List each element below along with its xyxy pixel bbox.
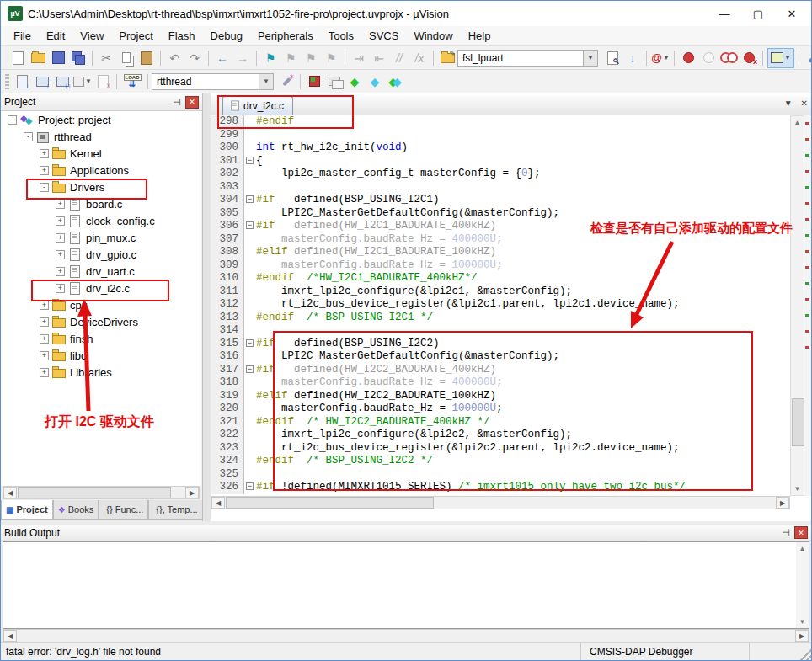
run-to-cursor-icon[interactable]: ↓ (623, 49, 642, 67)
build-icon[interactable]: ↓ (33, 72, 51, 91)
select-software-packs-icon[interactable]: ◆ (366, 72, 384, 91)
find-in-files-icon[interactable]: 🔍︎ (603, 49, 622, 67)
expand-plus-icon[interactable]: + (40, 334, 49, 344)
code-line-320[interactable]: 320 masterConfig.baudRate_Hz = 100000U; (211, 402, 790, 416)
panel-tab-project[interactable]: ▦Project (1, 500, 53, 520)
code-line-311[interactable]: 311 imxrt_lpi2c_configure(&lpi2c1, &mast… (211, 285, 790, 299)
pin-icon[interactable]: ⊣ (171, 96, 183, 108)
copy-icon[interactable] (117, 49, 136, 67)
rebuild-icon[interactable]: ↓↓ (53, 72, 72, 91)
menu-view[interactable]: View (72, 27, 111, 45)
toolbar-grip2[interactable] (5, 74, 9, 89)
translate-icon[interactable]: ↓ (13, 72, 31, 91)
tree-item-drv-gpio-c[interactable]: +drv_gpio.c (1, 246, 201, 263)
scroll-right-icon[interactable]: ▶ (185, 487, 199, 498)
code-line-316[interactable]: 316 LPI2C_MasterGetDefaultConfig(&master… (211, 350, 790, 364)
fold-minus-icon[interactable] (244, 338, 256, 351)
options-for-target-icon[interactable] (305, 72, 323, 91)
tree-item-libraries[interactable]: +Libraries (1, 364, 201, 381)
enable-breakpoint-icon[interactable] (699, 49, 718, 67)
code-line-301[interactable]: 301{ (211, 155, 790, 168)
code-line-315[interactable]: 315#if defined(BSP_USING_I2C2) (211, 338, 790, 351)
code-line-319[interactable]: 319#elif defined(HW_I2C2_BADURATE_100kHZ… (211, 390, 790, 403)
navigate-forward-icon[interactable]: → (233, 49, 252, 67)
configure-icon[interactable] (804, 49, 812, 67)
build-output-hscrollbar[interactable]: ◀ ▶ (3, 629, 809, 642)
expand-plus-icon[interactable]: + (40, 149, 49, 158)
code-line-325[interactable]: 325 (211, 468, 790, 482)
target-select-combo[interactable]: rtthread (152, 73, 259, 90)
new-file-icon[interactable] (8, 49, 27, 67)
project-tree-hscrollbar[interactable]: ◀ ▶ (3, 486, 200, 499)
project-panel-close-icon[interactable]: ✕ (185, 96, 199, 109)
scroll-down-icon[interactable]: ▼ (796, 616, 809, 628)
fold-minus-icon[interactable] (244, 194, 256, 207)
toggle-bookmark-icon[interactable]: ⚑ (261, 49, 280, 67)
code-line-326[interactable]: 326#if !defined(MIMXRT1015_SERIES) /* im… (211, 481, 790, 494)
fold-minus-icon[interactable] (244, 155, 256, 168)
menu-flash[interactable]: Flash (161, 27, 203, 45)
menu-peripherals[interactable]: Peripherals (250, 27, 321, 45)
clear-bookmarks-icon[interactable]: ⚑ (322, 49, 340, 67)
code-line-324[interactable]: 324#endif /* BSP_USING_I2C2 */ (211, 455, 790, 468)
expand-plus-icon[interactable]: + (40, 368, 49, 377)
collapse-minus-icon[interactable]: - (40, 183, 49, 192)
scroll-left-icon[interactable]: ◀ (3, 487, 17, 498)
tree-item-drv-i2c-c[interactable]: +drv_i2c.c (1, 280, 201, 296)
next-bookmark-icon[interactable]: ⚑ (302, 49, 320, 67)
indent-icon[interactable]: ⇥ (350, 49, 368, 67)
panel-tab-func[interactable]: {} Func... (99, 500, 148, 520)
scroll-thumb[interactable] (18, 487, 171, 498)
menu-project[interactable]: Project (111, 27, 160, 45)
prev-bookmark-icon[interactable]: ⚑ (281, 49, 300, 67)
search-text-combo[interactable]: fsl_lpuart (457, 50, 584, 67)
tree-item-pin-mux-c[interactable]: +pin_mux.c (1, 229, 201, 246)
expand-plus-icon[interactable]: + (56, 284, 65, 293)
fold-minus-icon[interactable] (244, 481, 256, 494)
code-line-300[interactable]: 300int rt_hw_i2c_init(void) (211, 141, 790, 155)
minimize-button[interactable]: — (710, 4, 739, 23)
tree-item-drivers[interactable]: -Drivers (1, 179, 201, 195)
code-line-321[interactable]: 321#endif /* HW_I2C2_BADURATE_400kHZ */ (211, 416, 790, 429)
menu-file[interactable]: File (6, 27, 39, 45)
close-button[interactable]: ✕ (777, 4, 806, 23)
build-output-content[interactable] (3, 541, 809, 629)
comment-icon[interactable]: // (390, 49, 409, 67)
maximize-button[interactable]: ▢ (744, 4, 772, 23)
file-extensions-icon[interactable] (325, 72, 344, 91)
insert-breakpoint-icon[interactable] (679, 49, 697, 67)
tree-item-kernel[interactable]: +Kernel (1, 145, 201, 162)
code-line-299[interactable]: 299 (211, 129, 790, 142)
save-all-icon[interactable] (69, 49, 88, 67)
batch-build-icon[interactable]: ▼ (73, 72, 92, 91)
tree-item-libc[interactable]: +libc (1, 347, 201, 364)
tree-item-drv-uart-c[interactable]: +drv_uart.c (1, 263, 201, 280)
kill-all-breakpoints-icon[interactable]: x (740, 49, 758, 67)
editor-vscrollbar[interactable]: ▲ ▼ (790, 115, 804, 496)
search-combo-dropdown[interactable]: ▼ (584, 50, 598, 67)
disable-all-breakpoints-icon[interactable] (719, 49, 738, 67)
expand-plus-icon[interactable]: + (56, 267, 65, 276)
tree-item-cpu[interactable]: +cpu (1, 296, 201, 313)
tree-item-rtthread[interactable]: -rtthread (1, 128, 201, 145)
code-line-302[interactable]: 302 lpi2c_master_config_t masterConfig =… (211, 168, 790, 181)
menu-window[interactable]: Window (406, 27, 460, 45)
code-line-317[interactable]: 317#if defined(HW_I2C2_BADURATE_400kHZ) (211, 364, 790, 377)
expand-plus-icon[interactable]: + (40, 166, 49, 175)
code-line-312[interactable]: 312 rt_i2c_bus_device_register(&lpi2c1.p… (211, 298, 790, 312)
tree-item-board-c[interactable]: +board.c (1, 195, 201, 212)
panel-tab-books[interactable]: ❖Books (53, 500, 99, 520)
code-line-308[interactable]: 308#elif defined(HW_I2C1_BADURATE_100kHZ… (211, 246, 790, 259)
editor-hscrollbar[interactable]: ◀ ▶ (211, 496, 790, 509)
uncomment-icon[interactable]: /x (410, 49, 429, 67)
code-line-322[interactable]: 322 imxrt_lpi2c_configure(&lpi2c2, &mast… (211, 429, 790, 442)
tab-list-dropdown-icon[interactable]: ▼ (784, 99, 793, 108)
expand-plus-icon[interactable]: + (56, 200, 65, 209)
scroll-left-icon[interactable]: ◀ (211, 497, 225, 509)
code-line-310[interactable]: 310#endif /*HW_I2C1_BADURATE_400kHZ*/ (211, 272, 790, 285)
lookup-symbol-icon[interactable]: @▼ (651, 49, 670, 67)
scroll-up-icon[interactable]: ▲ (791, 116, 804, 129)
expand-plus-icon[interactable]: + (56, 250, 65, 259)
code-editor[interactable]: 298#endif299300int rt_hw_i2c_init(void)3… (211, 115, 790, 496)
tree-item-project-project[interactable]: -Project: project (1, 111, 201, 128)
